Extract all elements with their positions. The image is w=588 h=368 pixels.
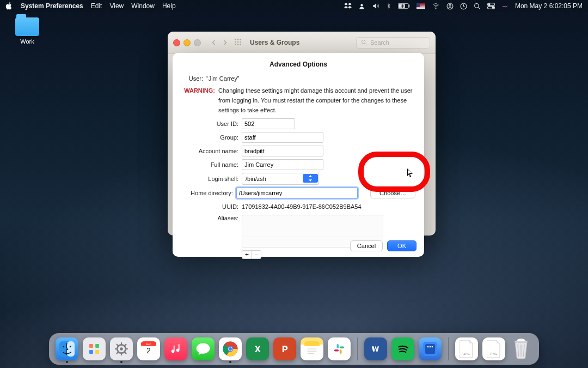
choose-button[interactable]: Choose…	[370, 188, 415, 198]
svg-rect-65	[304, 345, 320, 346]
warning-label: WARNING:	[181, 86, 218, 95]
user-id-input[interactable]	[242, 118, 295, 129]
svg-rect-38	[89, 350, 93, 354]
menubar-view[interactable]: View	[109, 2, 124, 10]
menubar-app-name[interactable]: System Preferences	[21, 2, 83, 10]
dock-doc-png[interactable]: PNG	[482, 337, 505, 360]
user-row: User: “Jim Carrey”	[181, 74, 415, 83]
dock-app-calendar[interactable]: MAY2	[137, 337, 160, 360]
svg-point-28	[237, 44, 239, 45]
wifi-icon[interactable]	[432, 3, 440, 9]
advanced-options-sheet: Advanced Options User: “Jim Carrey” WARN…	[173, 53, 424, 257]
user-id-label: User ID:	[181, 120, 242, 127]
svg-point-25	[237, 41, 239, 43]
dock-app-spotify[interactable]	[391, 337, 414, 360]
menubar-edit[interactable]: Edit	[91, 2, 102, 10]
close-icon[interactable]	[173, 39, 180, 46]
user-label: User:	[181, 74, 206, 83]
menu-bar: System Preferences Edit View Window Help…	[0, 0, 588, 12]
dock-app-notes[interactable]	[301, 337, 323, 360]
uuid-label: UUID:	[181, 203, 242, 210]
dock-app-messages[interactable]	[192, 337, 215, 360]
user-icon[interactable]	[358, 3, 365, 10]
svg-point-33	[63, 346, 64, 347]
svg-point-22	[237, 39, 239, 40]
toolbar-nav	[211, 39, 228, 46]
bluetooth-icon[interactable]	[386, 2, 391, 10]
svg-point-11	[436, 8, 437, 9]
clock-icon[interactable]	[460, 3, 467, 10]
group-label: Group:	[181, 134, 242, 141]
dock-app-word[interactable]	[364, 337, 387, 360]
svg-rect-8	[416, 7, 425, 8]
dock-app-excel[interactable]	[246, 337, 269, 360]
dock-doc-jpg[interactable]: JPG	[455, 337, 478, 360]
menubar-date-time[interactable]: Mon May 2 6:02:05 PM	[515, 2, 583, 10]
svg-point-27	[235, 44, 236, 45]
spotlight-icon[interactable]	[474, 3, 481, 10]
svg-point-30	[362, 40, 365, 43]
svg-rect-35	[87, 341, 102, 357]
svg-text:2: 2	[146, 346, 151, 355]
svg-rect-62	[278, 342, 291, 355]
svg-point-74	[427, 346, 429, 348]
svg-rect-2	[408, 4, 409, 7]
aliases-label: Aliases:	[181, 215, 242, 221]
svg-point-0	[360, 4, 363, 6]
ok-button[interactable]: OK	[387, 240, 416, 251]
dropbox-icon[interactable]	[344, 2, 352, 10]
dock-separator-2	[448, 337, 449, 360]
control-center-icon[interactable]	[487, 3, 495, 9]
forward-icon[interactable]	[222, 39, 228, 46]
minimize-icon[interactable]	[183, 39, 191, 46]
back-icon[interactable]	[211, 39, 217, 46]
dock-app-finder[interactable]	[56, 337, 78, 360]
group-input[interactable]	[242, 132, 323, 143]
window-traffic-lights[interactable]	[173, 39, 201, 46]
dock-trash[interactable]	[510, 337, 532, 360]
uuid-value: 17091832-4A00-49B9-917E-86C052B9BA54	[242, 201, 362, 212]
svg-point-34	[70, 346, 71, 347]
home-directory-input[interactable]	[236, 188, 358, 198]
aliases-plus-minus: + −	[242, 250, 415, 259]
account-name-input[interactable]	[242, 146, 323, 156]
svg-point-24	[235, 41, 236, 43]
flag-icon[interactable]	[416, 3, 425, 9]
dock-app-powerpoint[interactable]	[273, 337, 296, 360]
dock-app-launchpad[interactable]	[83, 337, 106, 360]
apple-menu-icon[interactable]	[5, 2, 13, 10]
login-shell-select[interactable]: /bin/zsh	[242, 173, 319, 185]
search-placeholder: Search	[370, 39, 389, 46]
svg-point-18	[488, 4, 490, 5]
warning-text: Changing these settings might damage thi…	[218, 86, 414, 115]
zoom-icon[interactable]	[194, 39, 201, 46]
cancel-button[interactable]: Cancel	[350, 240, 383, 251]
dock-app-system-preferences[interactable]	[110, 337, 133, 360]
add-alias-button[interactable]: +	[242, 250, 252, 259]
search-icon	[361, 39, 367, 46]
svg-rect-39	[95, 350, 99, 354]
menubar-help[interactable]: Help	[162, 2, 176, 10]
svg-text:MAY: MAY	[146, 343, 151, 346]
volume-icon[interactable]	[372, 2, 379, 10]
dock-app-theme[interactable]	[419, 337, 442, 360]
warning-row: WARNING: Changing these settings might d…	[181, 86, 415, 115]
remove-alias-button[interactable]: −	[252, 250, 261, 259]
full-name-input[interactable]	[242, 159, 323, 170]
svg-rect-9	[416, 8, 425, 9]
desktop-folder-work[interactable]: Work	[10, 17, 45, 45]
grid-icon[interactable]	[234, 38, 242, 48]
toolbar-search[interactable]: Search	[356, 37, 430, 49]
siri-icon[interactable]	[501, 3, 509, 10]
folder-icon	[15, 17, 39, 36]
svg-point-15	[475, 3, 479, 8]
dock: MAY2 JPG PNG	[49, 333, 539, 365]
dock-app-slack[interactable]	[328, 337, 351, 360]
dock-app-chrome[interactable]	[219, 337, 242, 360]
dock-app-music[interactable]	[164, 337, 187, 360]
account-icon[interactable]	[446, 3, 454, 10]
menubar-window[interactable]: Window	[131, 2, 155, 10]
window-toolbar: Users & Groups Search	[168, 32, 436, 54]
battery-icon[interactable]	[398, 3, 410, 9]
svg-point-75	[430, 346, 431, 348]
